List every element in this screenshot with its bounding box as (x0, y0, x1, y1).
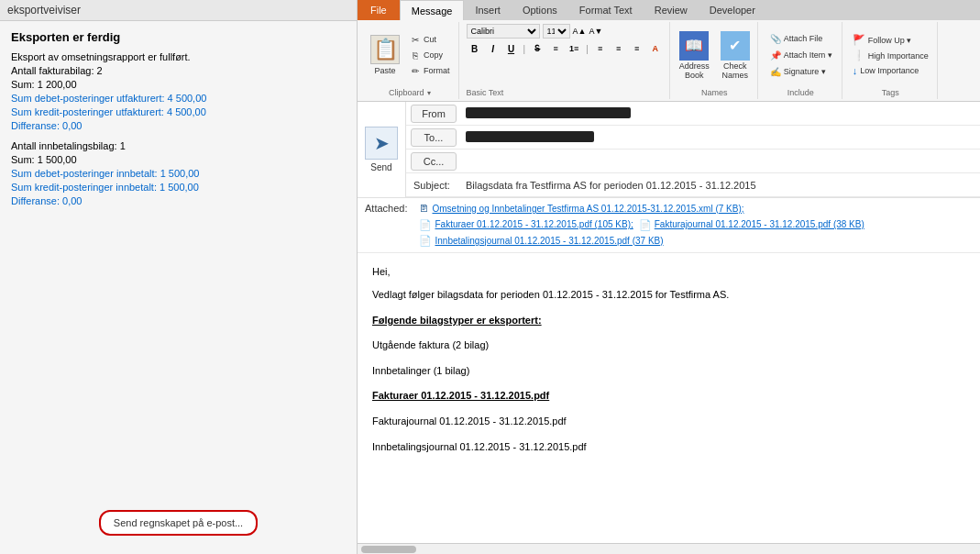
export-line-3: Sum debet-posteringer utfakturert: 4 500… (11, 93, 346, 104)
right-panel: File Message Insert Options Format Text … (358, 0, 980, 554)
export-line-7: Antall innbetalingsbilag: 1 (11, 140, 346, 151)
from-redacted (466, 107, 631, 118)
from-value (461, 103, 980, 125)
copy-button[interactable]: ⎘ Copy (406, 48, 453, 62)
cc-button[interactable]: Cc... (411, 152, 457, 171)
follow-up-icon: 🚩 (853, 34, 865, 46)
export-title: Eksporten er ferdig (11, 30, 346, 44)
tags-label: Tags (882, 86, 899, 97)
font-name-select[interactable]: Calibri (467, 24, 540, 39)
body-reports-header: Fakturaer 01.12.2015 - 31.12.2015.pdf (372, 388, 965, 404)
subject-value[interactable]: Bilagsdata fra Testfirma AS for perioden… (461, 177, 980, 194)
cut-button[interactable]: ✂ Cut (406, 32, 453, 47)
format-divider: | (523, 44, 526, 54)
pdf-icon-3: 📄 (419, 233, 432, 249)
ribbon-body: 📋 Paste ✂ Cut ⎘ Copy ✏ Format Clipboard … (358, 20, 980, 101)
attached-files: 🖹 Omsetning og Innbetalinger Testfirma A… (414, 198, 980, 252)
attach-item-button[interactable]: 📌 Attach Item ▾ (766, 48, 835, 62)
to-button[interactable]: To... (411, 128, 457, 147)
align-left-button[interactable]: ≡ (592, 40, 609, 57)
clipboard-expand-icon[interactable]: ▾ (427, 89, 431, 97)
body-type-2: Innbetalinger (1 bilag) (372, 363, 965, 380)
clipboard-small-btns: ✂ Cut ⎘ Copy ✏ Format (406, 32, 453, 78)
attached-file-0: 🖹 Omsetning og Innbetalinger Testfirma A… (419, 201, 975, 216)
high-importance-icon: ❕ (853, 50, 865, 61)
export-line-5: Differanse: 0,00 (11, 120, 346, 131)
left-panel: eksportveiviser Eksporten er ferdig Eksp… (0, 0, 358, 554)
left-bottom: Send regnskapet på e-post... (0, 501, 357, 554)
fields-area: From To... Cc... (406, 102, 980, 197)
file-link-1[interactable]: Fakturaer 01.12.2015 - 31.12.2015.pdf (1… (435, 217, 633, 231)
include-group: 📎 Attach File 📌 Attach Item ▾ ✍ Signatur… (760, 22, 842, 99)
to-redacted (466, 131, 594, 142)
align-center-button[interactable]: ≡ (611, 40, 627, 57)
body-types-header: Følgende bilagstyper er eksportert: (372, 313, 965, 329)
from-row: From (406, 102, 980, 126)
names-label: Names (701, 86, 728, 97)
font-shrink-icon[interactable]: A▼ (589, 27, 602, 36)
format-painter-button[interactable]: ✏ Format (406, 63, 453, 78)
export-line-9: Sum debet-posteringer innbetalt: 1 500,0… (11, 168, 346, 179)
send-button[interactable]: ➤ (365, 127, 398, 160)
font-grow-icon[interactable]: A▲ (573, 27, 587, 36)
low-importance-button[interactable]: ↓ Low Importance (850, 64, 931, 77)
signature-button[interactable]: ✍ Signature ▾ (766, 64, 835, 79)
attach-file-icon: 📎 (769, 32, 782, 45)
pdf-icon-2: 📄 (639, 217, 652, 233)
subject-label: Subject: (406, 177, 461, 194)
font-row: Calibri 11 A▲ A▼ (467, 24, 664, 39)
file-link-2[interactable]: Fakturajournal 01.12.2015 - 31.12.2015.p… (655, 217, 864, 231)
body-reports-header-span: Fakturaer 01.12.2015 - 31.12.2015.pdf (372, 390, 549, 401)
paste-button[interactable]: 📋 Paste (367, 33, 403, 77)
body-type-1: Utgående faktura (2 bilag) (372, 338, 965, 354)
cc-value[interactable] (461, 159, 980, 164)
export-line-4: Sum kredit-posteringer utfakturert: 4 50… (11, 106, 346, 117)
font-size-select[interactable]: 11 (543, 24, 570, 39)
email-body[interactable]: Hei, Vedlagt følger bilagsdata for perio… (358, 253, 980, 544)
tab-message[interactable]: Message (400, 0, 465, 20)
file-link-0[interactable]: Omsetning og Innbetalinger Testfirma AS … (432, 202, 743, 216)
basic-text-label: Basic Text (467, 86, 664, 97)
attach-file-button[interactable]: 📎 Attach File (766, 31, 835, 46)
check-names-button[interactable]: ✔ Check Names (719, 29, 752, 82)
body-report-1: Fakturajournal 01.12.2015 - 31.12.2015.p… (372, 414, 965, 430)
tab-insert[interactable]: Insert (464, 0, 512, 20)
address-book-button[interactable]: 📖 Address Book (677, 29, 711, 82)
send-email-button[interactable]: Send regnskapet på e-post... (99, 510, 258, 536)
horizontal-scrollbar[interactable] (358, 543, 980, 554)
clipboard-group: 📋 Paste ✂ Cut ⎘ Copy ✏ Format Clipboard … (361, 22, 459, 99)
bullets-button[interactable]: ≡ (547, 40, 564, 57)
send-area: ➤ Send (358, 102, 406, 197)
bold-button[interactable]: B (467, 40, 483, 57)
high-importance-button[interactable]: ❕ High Importance (850, 49, 931, 62)
from-button[interactable]: From (411, 105, 457, 123)
address-book-icon: 📖 (679, 31, 709, 61)
include-group-content: 📎 Attach File 📌 Attach Item ▾ ✍ Signatur… (766, 24, 835, 86)
numbering-button[interactable]: 1≡ (566, 40, 582, 57)
attached-file-1: 📄 Fakturaer 01.12.2015 - 31.12.2015.pdf … (419, 217, 633, 233)
align-right-button[interactable]: ≡ (629, 40, 645, 57)
body-greeting: Hei, (372, 264, 965, 281)
tab-format-text[interactable]: Format Text (568, 0, 644, 20)
font-color-button[interactable]: A (647, 40, 664, 57)
subject-row: Subject: Bilagsdata fra Testfirma AS for… (406, 173, 980, 197)
pdf-icon-1: 📄 (419, 217, 432, 233)
italic-button[interactable]: I (485, 40, 501, 57)
tags-group-content: 🚩 Follow Up ▾ ❕ High Importance ↓ Low Im… (850, 24, 931, 86)
tab-file[interactable]: File (358, 0, 400, 20)
tab-options[interactable]: Options (512, 0, 568, 20)
tab-developer[interactable]: Developer (699, 0, 766, 20)
export-line-8: Sum: 1 500,00 (11, 154, 346, 165)
file-link-3[interactable]: Innbetalingsjournal 01.12.2015 - 31.12.2… (435, 234, 663, 248)
follow-up-button[interactable]: 🚩 Follow Up ▾ (850, 33, 931, 47)
underline-button[interactable]: U (503, 40, 520, 57)
tab-review[interactable]: Review (644, 0, 699, 20)
include-label: Include (787, 86, 814, 97)
attach-item-icon: 📌 (769, 49, 782, 61)
export-line-1: Antall fakturabilag: 2 (11, 65, 346, 76)
format-row: B I U | S̶ ≡ 1≡ | ≡ ≡ ≡ A (467, 40, 664, 57)
left-header: eksportveiviser (0, 0, 357, 21)
paste-icon: 📋 (370, 35, 400, 64)
strikethrough-button[interactable]: S̶ (529, 40, 545, 57)
paste-label: Paste (374, 66, 395, 75)
